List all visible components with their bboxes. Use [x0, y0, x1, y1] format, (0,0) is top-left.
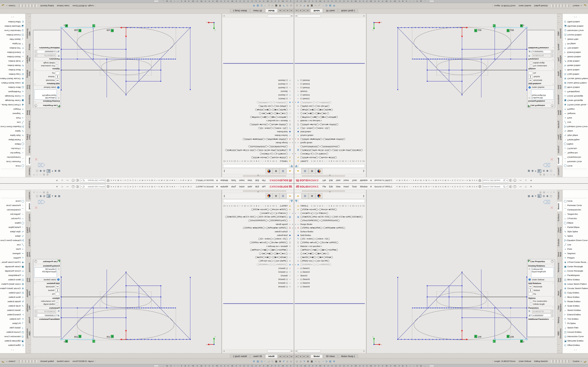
qat-icon[interactable]: ⊙ [154, 186, 156, 188]
cm-tab-data-migration[interactable]: Data Migration [26, 301, 31, 315]
relation-entry[interactable]: Equal length109 [35, 270, 56, 273]
search-icon[interactable] [503, 179, 505, 182]
cm-tab-sketch[interactable]: Sketch [557, 201, 562, 211]
section-options[interactable]: Options⌃ [527, 67, 554, 71]
tree-item[interactable]: ▸A◯2SИN◎∘♣A♣◎ИNA◯∘◯AИN◎♣A♣∘◎ИNS2◯ [222, 137, 294, 141]
tool-intersection-curve[interactable]: ◶Intersection Curve [563, 334, 588, 339]
taskbar-icon[interactable]: ◯ [251, 365, 253, 367]
taskbar-icon[interactable]: ƐƐ [386, 365, 388, 367]
panel-drag-handle[interactable] [257, 191, 259, 192]
tool-tangent-arc[interactable]: ⌣Tangent Arc [563, 151, 588, 155]
checkbox-icon[interactable] [56, 303, 58, 305]
taskbar-icon[interactable]: Ш [166, 0, 168, 2]
tab-featuremanager-tree[interactable]: ▰ [294, 168, 302, 174]
tree-item[interactable]: ▸A◯2SИN◎∘♣A♣◎ИNA◯∘◯AИN◎♣A♣∘◎ИNS2◯ [222, 226, 294, 230]
taskbar-icon[interactable]: ⊙ [278, 0, 279, 2]
minimize-button[interactable]: — [518, 179, 523, 182]
tool-3-point-arc[interactable]: ⌓3 Point Arc [563, 216, 588, 221]
taskbar-icon[interactable]: ⊙ [197, 365, 198, 367]
angle-value-field[interactable]: 0.00000000° [37, 314, 56, 317]
taskbar-icon[interactable]: ʀ [275, 0, 276, 2]
tool-center-rectangle[interactable]: ▣Center Rectangle [563, 98, 588, 103]
panel-help-icon[interactable]: ? [551, 104, 554, 107]
angle-value-field[interactable]: 0.00000000° [532, 50, 551, 53]
cm-tab-data-migration[interactable]: Data Migration [26, 52, 31, 66]
taskbar-icon[interactable]: ƐƐ [200, 365, 202, 367]
headsup-icon[interactable]: ◉ [40, 170, 42, 173]
more-tools-chevron[interactable]: ⌄⌄ [563, 349, 588, 350]
scroll-right-arrow[interactable]: ▶ [363, 15, 365, 17]
tool-trim-entities[interactable]: ✂Trim Entities [0, 46, 25, 50]
menu-edit[interactable]: Edit [254, 179, 260, 182]
qat-icon[interactable]: ⊙ [438, 186, 440, 188]
taskbar-icon[interactable]: Ш [420, 365, 422, 367]
tool-polygon[interactable]: ⌗Polygon [563, 256, 588, 260]
qat-icon[interactable]: ⊙ [135, 186, 136, 188]
section-existing-relations[interactable]: Existing Relations⌃ [527, 100, 554, 103]
qat-icon[interactable]: ⊙ [462, 179, 464, 181]
checkbox-icon[interactable] [530, 300, 532, 302]
tree-item[interactable]: ✎◯2S∙∩∗ʀAm◯∘◯mAʀ∗∩∙S2◯ [294, 237, 366, 241]
cm-tab-mold-tools[interactable]: Mold Tools [26, 275, 31, 285]
menu-window[interactable]: Window [219, 185, 230, 188]
tree-item[interactable]: ◗Surface Bodies [222, 230, 294, 233]
existing-relations-listbox[interactable]: Collinear108Equal length109 [34, 90, 57, 100]
cm-tab-evaluate[interactable]: Evaluate [557, 119, 562, 130]
qat-icon[interactable]: ♣ [415, 186, 416, 188]
taskbar-icon[interactable]: ∘ [413, 0, 414, 2]
checkbox-icon[interactable] [56, 300, 58, 302]
qat-icon[interactable]: + [431, 186, 432, 188]
status-icon[interactable]: ◔ [264, 360, 266, 363]
menu-file[interactable]: File [260, 179, 267, 182]
menu-window[interactable]: Window [358, 185, 369, 188]
tree-item[interactable]: ✎◯2S∙∩∗ʀAm◯∘◯mAʀ∗∩∙S2◯ [222, 126, 294, 130]
tab-dimxpertmanager[interactable] [266, 168, 272, 174]
tool-center-rectangle[interactable]: ▣Center Rectangle [563, 264, 588, 269]
rollback-bar[interactable] [294, 63, 365, 64]
taskbar-icon[interactable]: ⊙ [263, 0, 264, 2]
add-relation-vertical[interactable]: Vertical [527, 75, 554, 79]
headsup-icon[interactable]: ◍ [543, 170, 545, 173]
tool-convert-entities[interactable]: ◳Convert Entities [0, 330, 25, 334]
tab-nav-button[interactable]: ▶| [278, 355, 282, 358]
qat-icon[interactable]: ʀ [440, 186, 441, 188]
tree-item[interactable]: ⌗(-) Sketch2 [222, 270, 294, 274]
status-icon[interactable]: ⇄ [315, 5, 317, 7]
taskbar-icon[interactable]: ∗ [209, 365, 210, 367]
tab-nav-button[interactable]: ▶| [306, 9, 310, 12]
relation-badge-collinear[interactable]: ▨ 3 [64, 24, 68, 27]
tree-item[interactable]: ▱◯∙◎♣◯∗◉[◯∘◯]◉∗◯♣◎∙◯ [222, 112, 294, 115]
qat-icon[interactable]: ⊙ [139, 179, 141, 181]
status-custom-dropdown[interactable]: Custom▴ [5, 360, 17, 362]
tree-root[interactable]: ▰ TЯPDL2. ⊙ 3Ɛ ⊙ Ш ⊙ ∘ ∘ ⊙ ♣ ⊙ ƆC ⊙ 3Ɛ ⊙… [222, 159, 294, 163]
panel-drag-handle[interactable] [257, 175, 259, 176]
tool-intersection-curve[interactable]: ◶Intersection Curve [0, 28, 25, 33]
tool-extend-entities[interactable]: ⊢Extend Entities [563, 50, 588, 55]
tool-ellipse[interactable]: ◯Ellipse [0, 221, 25, 225]
taskbar-icon[interactable]: ∘ [174, 365, 175, 367]
qat-icon[interactable]: ⊙ [190, 179, 192, 181]
tree-item[interactable]: ▱◯♣ИN◎ʀ+◯∗◉[◯∘◯]◉∗◯+ʀ◎ИN♣◯ [222, 248, 294, 252]
pin-icon[interactable]: ✱ [216, 185, 218, 188]
headsup-icon[interactable]: ▦ [528, 194, 530, 197]
taskbar-icon[interactable]: ∗ [259, 365, 260, 367]
add-relation-horizontal[interactable]: Horizontal [527, 285, 554, 288]
tool-spline[interactable]: ∿Spline [0, 129, 25, 133]
os-taskbar[interactable]: ∗⊙2S⊙ʀ⊙ƐƐ⊙∗⊙◯⊙◯∗⊙ƐƐ⊙ʀ⊙2S⊙∗⊙ƐƐ⊙ƆC⊙♣⊙∘∘⊙Ш… [0, 364, 294, 367]
tool-mirror-entities[interactable]: ◫Mirror Entities [563, 277, 588, 282]
add-relation-vertical[interactable]: Vertical [34, 75, 61, 79]
more-tools-chevron[interactable]: ⌄⌄ [563, 17, 588, 18]
fm-horizontal-scrollbar[interactable]: ◀ ▶ [222, 350, 294, 352]
qat-icon[interactable]: 3Ɛ [469, 179, 471, 181]
panel-drag-handle[interactable] [329, 191, 331, 192]
cm-tab-markup[interactable]: Markup [26, 42, 31, 52]
tree-item[interactable]: ▸◔◯ʌʀ◎♣2S∘ɟ◯∘◯ɟ∘S2♣◎ʀʌ◯ [222, 211, 294, 215]
taskbar-icon[interactable]: ⊙ [406, 365, 407, 367]
mdi-control-icon[interactable]: ▤ [539, 174, 541, 176]
qat-icon[interactable]: 2S [151, 179, 153, 181]
tab-nav-button[interactable]: ▶| [278, 9, 282, 12]
tool-copy-entities[interactable]: ⊡Copy Entities [0, 291, 25, 295]
cm-tab-mesh-modeling[interactable]: Mesh Modeling [557, 286, 562, 300]
panel-splitter[interactable] [221, 14, 222, 177]
cm-tab-mesh-modeling[interactable]: Mesh Modeling [26, 67, 31, 81]
